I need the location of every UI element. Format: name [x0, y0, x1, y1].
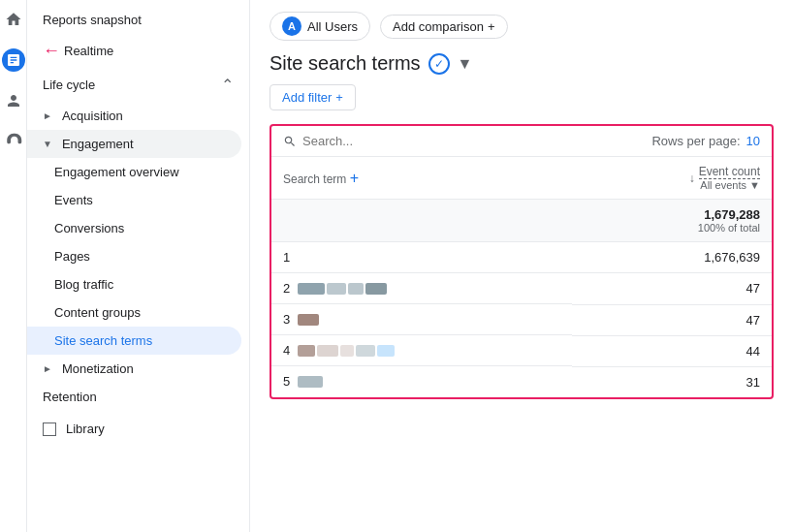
data-table-container: Rows per page: 10 Search term + ↓ Eve — [270, 124, 774, 399]
row-num-3: 3 — [271, 304, 572, 335]
lifecycle-header[interactable]: Life cycle ⌃ — [27, 68, 249, 102]
engagement-label: Engagement — [62, 137, 134, 151]
sidebar: Reports snapshot ← Realtime Life cycle ⌃… — [27, 0, 250, 532]
all-events-sublabel: All events ▼ — [699, 179, 760, 191]
sort-down-icon: ↓ — [689, 172, 695, 185]
event-count-label: Event count — [699, 165, 760, 179]
total-label — [271, 200, 572, 242]
page-title-section: Site search terms ✓ ▼ — [270, 52, 774, 75]
headset-icon[interactable] — [2, 130, 25, 153]
total-value: 1,679,288 — [584, 207, 760, 222]
pages-label: Pages — [54, 249, 90, 264]
col-header-search-term[interactable]: Search term + — [271, 157, 572, 200]
checkmark-icon: ✓ — [428, 53, 450, 75]
page-title: Site search terms — [270, 52, 421, 75]
data-table: Search term + ↓ Event count All events ▼ — [271, 157, 772, 397]
all-users-chip[interactable]: A All Users — [270, 12, 370, 41]
realtime-label: Realtime — [64, 44, 113, 58]
person-icon[interactable] — [2, 89, 25, 112]
sidebar-item-events[interactable]: Events — [27, 186, 249, 214]
sidebar-item-site-search-terms[interactable]: Site search terms — [27, 327, 241, 355]
sidebar-item-library[interactable]: Library — [27, 415, 249, 443]
blog-traffic-label: Blog traffic — [54, 277, 113, 292]
add-filter-plus: + — [335, 90, 343, 105]
top-bar: A All Users Add comparison + — [270, 12, 774, 41]
acquisition-expand: ► — [43, 110, 52, 121]
retention-label: Retention — [43, 390, 97, 404]
add-column-icon[interactable]: + — [350, 170, 359, 186]
row-count-5: 31 — [572, 366, 772, 397]
library-label: Library — [66, 422, 105, 436]
sidebar-item-engagement[interactable]: ▼ Engagement — [27, 130, 241, 158]
search-input[interactable] — [302, 134, 496, 148]
add-filter-label: Add filter — [282, 90, 332, 105]
total-percent: 100% of total — [584, 222, 760, 234]
search-left — [283, 134, 496, 148]
row-num-5: 5 — [271, 366, 572, 396]
row-count: 1,676,639 — [572, 242, 772, 273]
engagement-expand: ▼ — [43, 139, 52, 149]
col-header-event-count[interactable]: ↓ Event count All events ▼ — [572, 157, 772, 200]
table-search-bar: Rows per page: 10 — [271, 126, 772, 157]
sidebar-item-engagement-overview[interactable]: Engagement overview — [27, 158, 249, 186]
sidebar-item-reports-snapshot[interactable]: Reports snapshot — [27, 6, 249, 34]
table-row: 3 47 — [271, 304, 772, 335]
acquisition-label: Acquisition — [62, 109, 123, 123]
add-comparison-label: Add comparison — [393, 19, 484, 34]
add-filter-button[interactable]: Add filter + — [270, 84, 356, 110]
icon-navigation — [0, 0, 27, 532]
rows-per-page: Rows per page: 10 — [651, 134, 760, 148]
event-count-dropdown[interactable]: ▼ — [749, 179, 760, 191]
lifecycle-chevron: ⌃ — [221, 76, 234, 94]
row-num-4: 4 — [271, 335, 572, 366]
table-row: 1 1,676,639 — [271, 242, 772, 273]
rows-per-page-label: Rows per page: — [651, 134, 740, 148]
sidebar-item-realtime[interactable]: ← Realtime — [27, 34, 249, 68]
total-row: 1,679,288 100% of total — [271, 200, 772, 242]
rows-per-page-value: 10 — [746, 134, 760, 148]
sidebar-item-content-groups[interactable]: Content groups — [27, 298, 249, 327]
main-content: A All Users Add comparison + Site search… — [250, 0, 793, 532]
table-row: 5 31 — [271, 366, 772, 397]
row-count-2: 47 — [572, 273, 772, 305]
total-value-cell: 1,679,288 100% of total — [572, 200, 772, 242]
conversions-label: Conversions — [54, 221, 124, 235]
add-comparison-plus: + — [488, 19, 495, 34]
events-label: Events — [54, 193, 93, 207]
row-count-3: 47 — [572, 304, 772, 335]
sidebar-item-monetization[interactable]: ► Monetization — [27, 355, 249, 383]
table-row: 4 44 — [271, 335, 772, 366]
home-icon[interactable] — [2, 8, 25, 31]
sidebar-item-pages[interactable]: Pages — [27, 242, 249, 270]
add-comparison-button[interactable]: Add comparison + — [380, 15, 508, 39]
engagement-overview-label: Engagement overview — [54, 165, 179, 179]
site-search-terms-label: Site search terms — [54, 333, 152, 348]
row-count-4: 44 — [572, 335, 772, 366]
sidebar-item-blog-traffic[interactable]: Blog traffic — [27, 270, 249, 298]
sidebar-item-conversions[interactable]: Conversions — [27, 214, 249, 242]
user-avatar: A — [282, 16, 301, 36]
content-groups-label: Content groups — [54, 305, 141, 320]
row-num-2: 2 — [271, 273, 572, 304]
sidebar-item-acquisition[interactable]: ► Acquisition — [27, 102, 249, 130]
row-num: 1 — [271, 242, 572, 273]
monetization-label: Monetization — [62, 361, 134, 376]
search-term-col-label: Search term — [283, 172, 346, 186]
title-dropdown-arrow[interactable]: ▼ — [458, 55, 473, 73]
analytics-icon[interactable] — [2, 48, 25, 72]
table-row: 2 47 — [271, 273, 772, 305]
sidebar-item-retention[interactable]: Retention — [27, 383, 249, 411]
reports-snapshot-label: Reports snapshot — [43, 13, 142, 27]
monetization-expand: ► — [43, 363, 52, 374]
lifecycle-label: Life cycle — [43, 78, 95, 92]
search-icon — [283, 135, 297, 148]
all-users-label: All Users — [307, 19, 358, 34]
